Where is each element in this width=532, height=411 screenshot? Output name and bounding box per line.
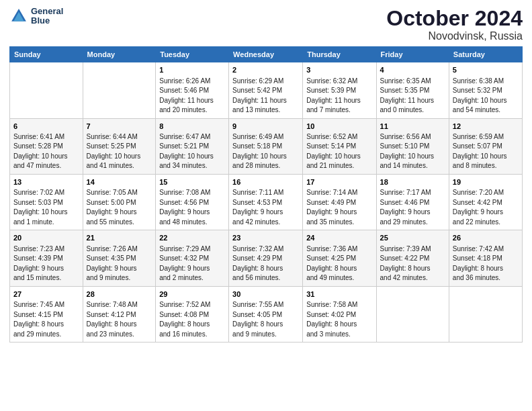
calendar-cell: 7Sunrise: 6:44 AM Sunset: 5:25 PM Daylig… xyxy=(83,118,156,174)
calendar-cell: 28Sunrise: 7:48 AM Sunset: 4:12 PM Dayli… xyxy=(83,286,156,342)
day-number: 15 xyxy=(159,177,225,187)
day-detail: Sunrise: 7:11 AM Sunset: 4:53 PM Dayligh… xyxy=(232,188,299,227)
calendar-cell xyxy=(376,286,449,342)
calendar-week-3: 20Sunrise: 7:23 AM Sunset: 4:39 PM Dayli… xyxy=(10,230,523,286)
header-thursday: Thursday xyxy=(303,47,376,62)
calendar-cell: 5Sunrise: 6:38 AM Sunset: 5:32 PM Daylig… xyxy=(449,62,522,118)
day-number: 29 xyxy=(159,289,225,300)
day-number: 10 xyxy=(306,122,372,132)
day-number: 16 xyxy=(232,177,299,187)
day-detail: Sunrise: 7:26 AM Sunset: 4:35 PM Dayligh… xyxy=(87,244,152,283)
calendar-cell: 27Sunrise: 7:45 AM Sunset: 4:15 PM Dayli… xyxy=(10,286,83,342)
header-tuesday: Tuesday xyxy=(156,47,229,62)
day-number: 11 xyxy=(380,122,445,132)
day-number: 4 xyxy=(380,65,445,75)
calendar-cell: 22Sunrise: 7:29 AM Sunset: 4:32 PM Dayli… xyxy=(156,230,229,286)
calendar-cell: 19Sunrise: 7:20 AM Sunset: 4:42 PM Dayli… xyxy=(449,174,522,230)
calendar-cell: 3Sunrise: 6:32 AM Sunset: 5:39 PM Daylig… xyxy=(303,62,376,118)
calendar-cell: 8Sunrise: 6:47 AM Sunset: 5:21 PM Daylig… xyxy=(156,118,229,174)
day-number: 31 xyxy=(306,289,372,300)
calendar-cell xyxy=(449,286,522,342)
calendar-cell: 18Sunrise: 7:17 AM Sunset: 4:46 PM Dayli… xyxy=(376,174,449,230)
day-number: 24 xyxy=(306,233,372,243)
calendar-cell: 10Sunrise: 6:52 AM Sunset: 5:14 PM Dayli… xyxy=(303,118,376,174)
day-number: 14 xyxy=(87,177,152,187)
calendar-cell: 20Sunrise: 7:23 AM Sunset: 4:39 PM Dayli… xyxy=(10,230,83,286)
calendar-cell: 6Sunrise: 6:41 AM Sunset: 5:28 PM Daylig… xyxy=(10,118,83,174)
header-friday: Friday xyxy=(376,47,449,62)
day-number: 30 xyxy=(232,289,299,300)
day-detail: Sunrise: 6:26 AM Sunset: 5:46 PM Dayligh… xyxy=(159,77,225,116)
day-number: 27 xyxy=(13,289,79,300)
calendar-cell: 29Sunrise: 7:52 AM Sunset: 4:08 PM Dayli… xyxy=(156,286,229,342)
day-detail: Sunrise: 7:02 AM Sunset: 5:03 PM Dayligh… xyxy=(13,188,79,227)
calendar-cell: 23Sunrise: 7:32 AM Sunset: 4:29 PM Dayli… xyxy=(229,230,303,286)
calendar-cell: 31Sunrise: 7:58 AM Sunset: 4:02 PM Dayli… xyxy=(303,286,376,342)
calendar-week-4: 27Sunrise: 7:45 AM Sunset: 4:15 PM Dayli… xyxy=(10,286,523,342)
day-detail: Sunrise: 6:59 AM Sunset: 5:07 PM Dayligh… xyxy=(453,132,519,171)
day-number: 26 xyxy=(453,233,519,243)
day-detail: Sunrise: 6:29 AM Sunset: 5:42 PM Dayligh… xyxy=(232,77,299,116)
day-detail: Sunrise: 7:58 AM Sunset: 4:02 PM Dayligh… xyxy=(306,300,372,339)
day-number: 13 xyxy=(13,177,79,187)
day-detail: Sunrise: 7:23 AM Sunset: 4:39 PM Dayligh… xyxy=(13,244,79,283)
day-number: 6 xyxy=(13,122,79,132)
calendar-cell: 26Sunrise: 7:42 AM Sunset: 4:18 PM Dayli… xyxy=(449,230,522,286)
day-detail: Sunrise: 7:55 AM Sunset: 4:05 PM Dayligh… xyxy=(232,300,299,339)
calendar-cell: 14Sunrise: 7:05 AM Sunset: 5:00 PM Dayli… xyxy=(83,174,156,230)
day-detail: Sunrise: 7:05 AM Sunset: 5:00 PM Dayligh… xyxy=(87,188,152,227)
day-number: 12 xyxy=(453,122,519,132)
header: General Blue October 2024 Novodvinsk, Ru… xyxy=(9,7,523,42)
day-detail: Sunrise: 7:17 AM Sunset: 4:46 PM Dayligh… xyxy=(380,188,445,227)
calendar-cell: 2Sunrise: 6:29 AM Sunset: 5:42 PM Daylig… xyxy=(229,62,303,118)
day-number: 1 xyxy=(159,65,225,75)
calendar-cell: 25Sunrise: 7:39 AM Sunset: 4:22 PM Dayli… xyxy=(376,230,449,286)
day-detail: Sunrise: 7:42 AM Sunset: 4:18 PM Dayligh… xyxy=(453,244,519,283)
calendar-cell: 15Sunrise: 7:08 AM Sunset: 4:56 PM Dayli… xyxy=(156,174,229,230)
day-detail: Sunrise: 7:32 AM Sunset: 4:29 PM Dayligh… xyxy=(232,244,299,283)
day-number: 9 xyxy=(232,122,299,132)
logo-text: General Blue xyxy=(31,7,63,26)
day-detail: Sunrise: 7:52 AM Sunset: 4:08 PM Dayligh… xyxy=(159,300,225,339)
day-detail: Sunrise: 6:32 AM Sunset: 5:39 PM Dayligh… xyxy=(306,77,372,116)
day-number: 18 xyxy=(380,177,445,187)
logo-icon xyxy=(9,7,28,26)
calendar-cell: 13Sunrise: 7:02 AM Sunset: 5:03 PM Dayli… xyxy=(10,174,83,230)
day-number: 25 xyxy=(380,233,445,243)
calendar-cell: 30Sunrise: 7:55 AM Sunset: 4:05 PM Dayli… xyxy=(229,286,303,342)
day-number: 2 xyxy=(232,65,299,75)
day-number: 20 xyxy=(13,233,79,243)
day-detail: Sunrise: 6:44 AM Sunset: 5:25 PM Dayligh… xyxy=(87,132,152,171)
day-number: 8 xyxy=(159,122,225,132)
day-detail: Sunrise: 6:49 AM Sunset: 5:18 PM Dayligh… xyxy=(232,132,299,171)
calendar-week-0: 1Sunrise: 6:26 AM Sunset: 5:46 PM Daylig… xyxy=(10,62,523,118)
calendar-cell: 12Sunrise: 6:59 AM Sunset: 5:07 PM Dayli… xyxy=(449,118,522,174)
day-number: 28 xyxy=(87,289,152,300)
day-detail: Sunrise: 6:56 AM Sunset: 5:10 PM Dayligh… xyxy=(380,132,445,171)
calendar-cell: 17Sunrise: 7:14 AM Sunset: 4:49 PM Dayli… xyxy=(303,174,376,230)
header-wednesday: Wednesday xyxy=(229,47,303,62)
logo: General Blue xyxy=(9,7,63,26)
header-sunday: Sunday xyxy=(10,47,83,62)
location-title: Novodvinsk, Russia xyxy=(386,30,523,42)
weekday-header-row: Sunday Monday Tuesday Wednesday Thursday… xyxy=(10,47,523,62)
day-detail: Sunrise: 7:20 AM Sunset: 4:42 PM Dayligh… xyxy=(453,188,519,227)
calendar-cell: 16Sunrise: 7:11 AM Sunset: 4:53 PM Dayli… xyxy=(229,174,303,230)
day-detail: Sunrise: 7:14 AM Sunset: 4:49 PM Dayligh… xyxy=(306,188,372,227)
day-number: 3 xyxy=(306,65,372,75)
day-detail: Sunrise: 7:08 AM Sunset: 4:56 PM Dayligh… xyxy=(159,188,225,227)
header-monday: Monday xyxy=(83,47,156,62)
calendar-cell: 4Sunrise: 6:35 AM Sunset: 5:35 PM Daylig… xyxy=(376,62,449,118)
calendar-week-2: 13Sunrise: 7:02 AM Sunset: 5:03 PM Dayli… xyxy=(10,174,523,230)
calendar-cell: 1Sunrise: 6:26 AM Sunset: 5:46 PM Daylig… xyxy=(156,62,229,118)
calendar-cell: 11Sunrise: 6:56 AM Sunset: 5:10 PM Dayli… xyxy=(376,118,449,174)
title-block: October 2024 Novodvinsk, Russia xyxy=(386,7,523,42)
day-number: 21 xyxy=(87,233,152,243)
calendar-cell xyxy=(10,62,83,118)
calendar-week-1: 6Sunrise: 6:41 AM Sunset: 5:28 PM Daylig… xyxy=(10,118,523,174)
day-detail: Sunrise: 6:47 AM Sunset: 5:21 PM Dayligh… xyxy=(159,132,225,171)
header-saturday: Saturday xyxy=(449,47,522,62)
page-container: General Blue October 2024 Novodvinsk, Ru… xyxy=(0,0,532,347)
day-number: 17 xyxy=(306,177,372,187)
calendar-cell: 9Sunrise: 6:49 AM Sunset: 5:18 PM Daylig… xyxy=(229,118,303,174)
